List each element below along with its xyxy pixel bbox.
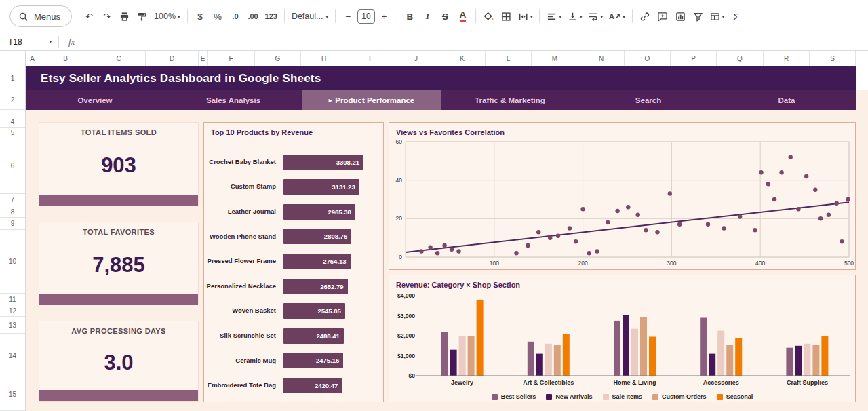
format-currency-button[interactable]: $ xyxy=(192,7,209,26)
column-header-P[interactable]: P xyxy=(671,51,717,66)
zoom-select[interactable]: 100%▾ xyxy=(151,7,183,26)
percent-icon: % xyxy=(214,12,222,22)
row-header-7[interactable]: 7 xyxy=(0,194,25,206)
italic-icon: I xyxy=(426,11,429,22)
row-header-1[interactable]: 1 xyxy=(0,66,25,90)
strikethrough-button[interactable]: S xyxy=(437,7,454,26)
column-header-H[interactable]: H xyxy=(301,51,347,66)
decrease-font-size-button[interactable]: − xyxy=(340,7,357,26)
insert-comment-button[interactable] xyxy=(654,7,671,26)
text-wrap-button[interactable]: ▾ xyxy=(585,7,606,26)
menus-button[interactable]: Menus xyxy=(9,5,72,27)
bold-button[interactable]: B xyxy=(401,7,418,26)
column-header-C[interactable]: C xyxy=(92,51,146,66)
nav-tab-sales-analysis[interactable]: Sales Analysis xyxy=(164,90,302,110)
row-header-5[interactable]: 5 xyxy=(0,128,25,138)
product-row: Wooden Phone Stand2808.76 xyxy=(204,224,383,249)
chevron-down-icon: ▾ xyxy=(178,14,180,19)
horizontal-align-button[interactable]: ▾ xyxy=(544,7,564,26)
product-label: Ceramic Mug xyxy=(204,357,280,364)
nav-tab-data[interactable]: Data xyxy=(717,90,856,110)
borders-button[interactable] xyxy=(498,7,515,26)
paint-format-button[interactable] xyxy=(134,7,151,26)
nav-tab-product-performance[interactable]: ▸Product Performance xyxy=(302,90,441,110)
chart-legend: Best SellersNew ArrivalsSale ItemsCustom… xyxy=(389,391,855,403)
decrease-decimal-button[interactable]: .0 xyxy=(227,7,244,26)
row-header-4[interactable]: 4 xyxy=(0,117,25,128)
toolbar-divider xyxy=(335,9,336,23)
column-header-E[interactable]: E xyxy=(199,51,208,66)
formula-input[interactable] xyxy=(84,33,868,50)
format-percent-button[interactable]: % xyxy=(210,7,226,26)
column-header-O[interactable]: O xyxy=(625,51,671,66)
row-header-15[interactable]: 15 xyxy=(0,378,25,411)
link-icon xyxy=(639,12,650,22)
font-size-input[interactable]: 10 xyxy=(357,9,375,24)
column-header-G[interactable]: G xyxy=(255,51,301,66)
text-color-button[interactable]: A xyxy=(454,7,471,26)
column-header-D[interactable]: D xyxy=(146,51,199,66)
sigma-icon: Σ xyxy=(733,11,739,22)
product-bar: 2764.13 xyxy=(283,254,351,269)
row-header-10[interactable]: 10 xyxy=(0,230,25,294)
filter-button[interactable] xyxy=(690,7,707,26)
paint-format-icon xyxy=(137,12,147,22)
font-select[interactable]: Defaul...▾ xyxy=(289,7,331,26)
fill-color-button[interactable] xyxy=(480,7,497,26)
svg-text:400: 400 xyxy=(755,260,765,267)
cell-reference-box[interactable]: T18 ▾ xyxy=(0,33,58,50)
row-header-14[interactable]: 14 xyxy=(0,334,25,378)
toolbar-divider xyxy=(397,9,397,23)
row-header-8[interactable]: 8 xyxy=(0,206,25,218)
product-bar-track: 2420.47 xyxy=(280,378,383,393)
svg-text:300: 300 xyxy=(667,260,676,267)
column-header-M[interactable]: M xyxy=(532,51,578,66)
italic-button[interactable]: I xyxy=(419,7,436,26)
column-header-B[interactable]: B xyxy=(39,51,92,66)
nav-tab-overview[interactable]: Overview xyxy=(26,90,164,110)
column-header-J[interactable]: J xyxy=(393,51,439,66)
column-header-Q[interactable]: Q xyxy=(717,51,764,66)
chart-title: Top 10 Products by Revenue xyxy=(211,128,313,136)
column-header-R[interactable]: R xyxy=(764,51,810,66)
column-header-K[interactable]: K xyxy=(439,51,486,66)
chevron-down-icon: ▾ xyxy=(530,14,533,19)
row-header-11[interactable]: 11 xyxy=(0,294,25,305)
vertical-align-button[interactable]: ▾ xyxy=(565,7,585,26)
product-bar: 2420.47 xyxy=(283,378,342,393)
grid-gap xyxy=(856,66,868,90)
merge-cells-button[interactable]: ▾ xyxy=(515,7,536,26)
functions-button[interactable]: Σ xyxy=(728,7,745,26)
svg-text:$2,000: $2,000 xyxy=(397,332,415,339)
column-header-N[interactable]: N xyxy=(578,51,625,66)
text-wrap-icon xyxy=(588,12,598,22)
row-header-9[interactable]: 9 xyxy=(0,218,25,230)
text-rotation-button[interactable]: A↗▾ xyxy=(606,7,628,26)
row-header-13[interactable]: 13 xyxy=(0,317,25,334)
product-value: 2652.79 xyxy=(320,283,347,290)
insert-chart-button[interactable] xyxy=(672,7,689,26)
increase-font-size-button[interactable]: + xyxy=(376,7,393,26)
product-row: Woven Basket2545.05 xyxy=(204,299,383,324)
row-header-12[interactable]: 12 xyxy=(0,305,25,317)
undo-button[interactable]: ↶ xyxy=(81,7,98,26)
nav-tab-traffic-marketing[interactable]: Traffic & Marketing xyxy=(441,90,579,110)
column-header-A[interactable]: A xyxy=(26,51,39,66)
kpi-accent-bar xyxy=(39,195,198,206)
nav-tab-search[interactable]: Search xyxy=(579,90,717,110)
print-button[interactable] xyxy=(116,7,133,26)
column-header-I[interactable]: I xyxy=(347,51,393,66)
select-all-corner[interactable] xyxy=(0,51,26,66)
number-format-button[interactable]: 123 xyxy=(262,7,280,26)
column-header-L[interactable]: L xyxy=(486,51,532,66)
column-header-F[interactable]: F xyxy=(208,51,255,66)
redo-button[interactable]: ↷ xyxy=(98,7,115,26)
svg-text:500: 500 xyxy=(844,260,854,267)
table-views-button[interactable]: ▾ xyxy=(707,7,728,26)
insert-link-button[interactable] xyxy=(637,7,654,26)
column-header-S[interactable]: S xyxy=(810,51,856,66)
row-header-2[interactable]: 2 xyxy=(0,90,25,110)
row-header-6[interactable]: 6 xyxy=(0,138,25,194)
increase-decimal-button[interactable]: .00 xyxy=(245,7,262,26)
product-label: Personalized Necklace xyxy=(204,283,280,290)
